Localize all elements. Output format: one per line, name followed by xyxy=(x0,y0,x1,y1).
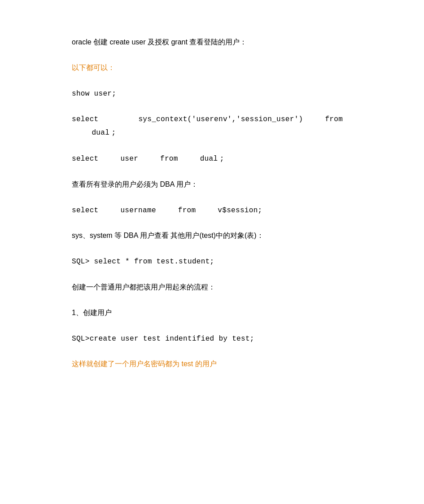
select-user-paragraph: select user from dual ; xyxy=(72,152,352,166)
syscontext-func: sys_context('userenv','session_user') xyxy=(138,115,303,123)
heading-paragraph: oracle 创建 create user 及授权 grant 查看登陆的用户： xyxy=(72,36,352,49)
dba-section-paragraph: 查看所有登录的用户必须为 DBA 用户： xyxy=(72,178,352,191)
select-keyword-1: select xyxy=(72,115,99,123)
from-keyword-2: from xyxy=(160,155,178,163)
show-user-paragraph: show user; xyxy=(72,87,352,101)
select-keyword-2: select xyxy=(72,155,99,163)
sql-select-line: SQL> select * from test.student; xyxy=(72,258,214,266)
sys-section-text: sys、system 等 DBA 用户查看 其他用户(test)中的对象(表)： xyxy=(72,232,264,239)
heading-text: oracle 创建 create user 及授权 grant 查看登陆的用户： xyxy=(72,38,247,46)
subtitle-text: 以下都可以： xyxy=(72,64,115,71)
from-keyword-1: from xyxy=(325,115,343,123)
sys-section-paragraph: sys、system 等 DBA 用户查看 其他用户(test)中的对象(表)： xyxy=(72,229,352,242)
from-keyword-3: from xyxy=(178,206,196,215)
user-keyword: user xyxy=(120,155,138,163)
step1-paragraph: 1、创建用户 xyxy=(72,307,352,320)
create-user-paragraph: SQL>create user test indentified by test… xyxy=(72,332,352,346)
dual-keyword-2: dual xyxy=(200,155,218,163)
vsession-table: v$session; xyxy=(218,206,262,215)
note-paragraph: 这样就创建了一个用户名密码都为 test 的用户 xyxy=(72,358,352,371)
create-flow-section: 创建一个普通用户都把该用户用起来的流程： xyxy=(72,281,352,294)
dual-keyword-1: dual xyxy=(92,129,109,137)
show-user-line: show user; xyxy=(72,90,116,98)
create-flow-text: 创建一个普通用户都把该用户用起来的流程： xyxy=(72,283,215,291)
main-content: oracle 创建 create user 及授权 grant 查看登陆的用户：… xyxy=(0,0,424,419)
subtitle-paragraph: 以下都可以： xyxy=(72,61,352,75)
step1-text: 1、创建用户 xyxy=(72,309,112,316)
select-username-paragraph: select username from v$session; xyxy=(72,204,352,217)
select-syscontext-paragraph: select sys_context('userenv','session_us… xyxy=(72,113,352,140)
dba-section-text: 查看所有登录的用户必须为 DBA 用户： xyxy=(72,180,198,188)
note-text: 这样就创建了一个用户名密码都为 test 的用户 xyxy=(72,360,217,368)
sql-select-paragraph: SQL> select * from test.student; xyxy=(72,255,352,268)
select-keyword-3: select xyxy=(72,206,99,215)
username-col: username xyxy=(120,206,156,215)
create-user-line: SQL>create user test indentified by test… xyxy=(72,335,254,343)
